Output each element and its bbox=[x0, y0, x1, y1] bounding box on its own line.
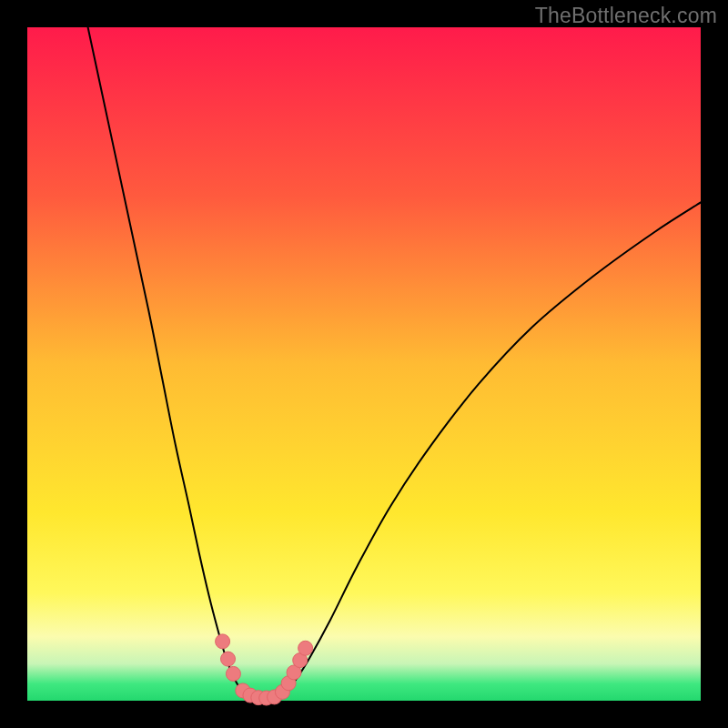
marker-group bbox=[216, 634, 313, 705]
highlight-dot bbox=[226, 666, 240, 681]
highlight-dot bbox=[221, 652, 236, 666]
watermark-text: TheBottleneck.com bbox=[535, 4, 717, 28]
highlight-dot bbox=[216, 634, 230, 649]
curve-layer bbox=[27, 27, 701, 701]
chart-frame: TheBottleneck.com bbox=[0, 0, 728, 728]
curve-right-branch bbox=[280, 202, 702, 697]
plot-area bbox=[27, 27, 701, 701]
curve-left-branch bbox=[88, 27, 250, 697]
series-group bbox=[88, 27, 701, 701]
highlight-dot bbox=[298, 641, 313, 655]
